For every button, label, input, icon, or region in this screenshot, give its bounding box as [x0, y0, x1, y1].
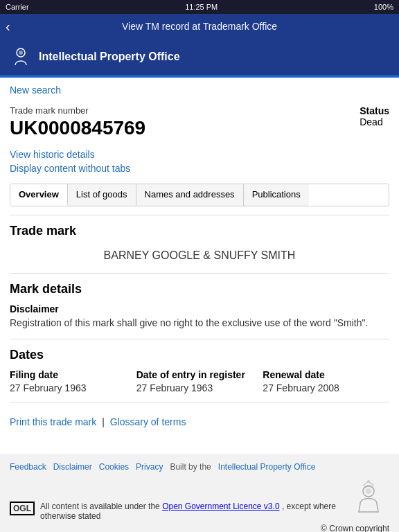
entry-date-value: 27 February 1963	[136, 382, 263, 393]
status-value: Dead	[360, 116, 389, 127]
tab-names-addresses[interactable]: Names and addresses	[136, 184, 244, 206]
renewal-date-col: Renewal date 27 February 2008	[263, 369, 389, 393]
footer-action-links: Print this trade mark | Glossary of term…	[10, 416, 389, 427]
trade-mark-label: Trade mark number	[10, 105, 360, 116]
dates-grid: Filing date 27 February 1963 Date of ent…	[10, 369, 389, 393]
disclaimer-label: Disclaimer	[10, 303, 389, 314]
filing-date-value: 27 February 1963	[10, 382, 136, 393]
divider-2	[10, 273, 389, 274]
mark-details-title: Mark details	[10, 282, 389, 296]
entry-date-col: Date of entry in register 27 February 19…	[136, 369, 263, 393]
time-label: 11:25 PM	[185, 3, 218, 11]
filing-date-col: Filing date 27 February 1963	[10, 369, 136, 393]
bottom-footer: Feedback Disclaimer Cookies Privacy Buil…	[0, 454, 399, 532]
tabs-container: Overview List of goods Names and address…	[10, 184, 389, 206]
back-button[interactable]: ‹	[6, 19, 10, 35]
ogl-link[interactable]: Open Government Licence v3.0	[162, 502, 279, 511]
trade-mark-display-value: BARNEY GOOGLE & SNUFFY SMITH	[10, 249, 389, 262]
trade-mark-section: Trade mark BARNEY GOOGLE & SNUFFY SMITH	[10, 224, 389, 262]
tab-overview[interactable]: Overview	[10, 184, 68, 206]
divider-1	[10, 215, 389, 215]
dates-section: Dates Filing date 27 February 1963 Date …	[10, 348, 389, 393]
footer-nav: Feedback Disclaimer Cookies Privacy Buil…	[10, 462, 389, 472]
battery-label: 100%	[374, 3, 393, 11]
trade-mark-number: UK0000845769	[10, 117, 360, 139]
ipo-emblem-icon	[10, 46, 32, 68]
disclaimer-text: Registration of this mark shall give no …	[10, 317, 389, 330]
tm-left: Trade mark number UK0000845769	[10, 105, 360, 142]
trade-mark-title: Trade mark	[10, 224, 389, 238]
svg-point-1	[19, 51, 23, 55]
ogl-row: OGL All content is available under the O…	[10, 502, 348, 521]
tab-publications[interactable]: Publications	[244, 184, 309, 206]
mark-details-section: Mark details Disclaimer Registration of …	[10, 282, 389, 330]
main-content: New search Trade mark number UK000084576…	[0, 78, 399, 440]
carrier-label: Carrier	[6, 3, 29, 11]
divider-3	[10, 339, 389, 339]
filing-date-label: Filing date	[10, 369, 136, 380]
crown-logo-area	[348, 477, 389, 521]
print-link[interactable]: Print this trade mark	[10, 416, 96, 427]
nav-title: View TM record at Trademark Office	[122, 21, 277, 32]
divider-4	[10, 402, 389, 402]
link-separator: |	[102, 416, 105, 427]
ogl-text: All content is available under the Open …	[40, 502, 348, 521]
header: Intellectual Property Office	[0, 39, 399, 75]
built-by-link[interactable]: Intellectual Property Office	[218, 462, 316, 472]
view-historic-link[interactable]: View historic details	[10, 149, 389, 160]
svg-point-3	[366, 488, 371, 494]
ogl-section: OGL All content is available under the O…	[10, 496, 348, 521]
tm-header-row: Trade mark number UK0000845769 Status De…	[10, 105, 389, 142]
renewal-date-value: 27 February 2008	[263, 382, 389, 393]
new-search-link[interactable]: New search	[10, 85, 61, 96]
entry-date-label: Date of entry in register	[136, 369, 263, 380]
crown-copyright-text: © Crown copyright	[10, 524, 389, 532]
ogl-badge: OGL	[10, 502, 35, 515]
nav-bar: ‹ View TM record at Trademark Office	[0, 14, 399, 39]
display-without-tabs-link[interactable]: Display content without tabs	[10, 163, 389, 174]
header-org-name: Intellectual Property Office	[39, 51, 180, 63]
footer-bottom-row: OGL All content is available under the O…	[10, 477, 389, 521]
dates-title: Dates	[10, 348, 389, 362]
feedback-link[interactable]: Feedback	[10, 462, 46, 472]
tab-list-of-goods[interactable]: List of goods	[68, 184, 136, 206]
privacy-link[interactable]: Privacy	[136, 462, 163, 472]
crown-emblem-icon	[348, 477, 389, 519]
glossary-link[interactable]: Glossary of terms	[110, 416, 186, 427]
status-bar: Carrier 11:25 PM 100%	[0, 0, 399, 14]
built-by-prefix: Built by the	[170, 462, 211, 472]
cookies-link[interactable]: Cookies	[99, 462, 129, 472]
status-label: Status	[360, 105, 389, 116]
tm-right: Status Dead	[360, 105, 389, 127]
disclaimer-link[interactable]: Disclaimer	[53, 462, 92, 472]
renewal-date-label: Renewal date	[263, 369, 389, 380]
svg-point-4	[367, 480, 370, 483]
